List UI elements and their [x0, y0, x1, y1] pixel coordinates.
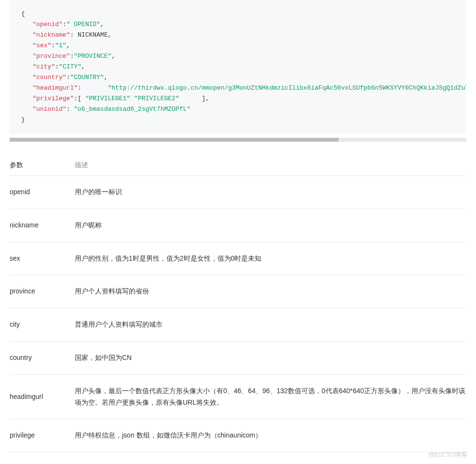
desc-cell: 用户个人资料填写的省份 [75, 275, 466, 308]
val-openid: " OPENID" [67, 21, 100, 28]
key-openid: "openid" [32, 21, 62, 28]
key-unionid: "unionid" [32, 106, 66, 113]
key-nickname: "nickname" [32, 31, 70, 39]
params-table: 参数 描述 openid用户的唯一标识nickname用户昵称sex用户的性别，… [10, 155, 466, 464]
key-province: "province" [32, 53, 70, 60]
desc-cell: 用户昵称 [75, 209, 466, 242]
val-country: "COUNTRY" [70, 74, 104, 81]
table-row: openid用户的唯一标识 [10, 176, 466, 209]
table-row: headimgurl用户头像，最后一个数值代表正方形头像大小（有0、46、64、… [10, 374, 466, 419]
param-cell: nickname [10, 209, 75, 242]
desc-cell: 国家，如中国为CN [75, 341, 466, 374]
desc-cell: 普通用户个人资料填写的城市 [75, 308, 466, 342]
table-row: province用户个人资料填写的省份 [10, 275, 466, 308]
val-unionid: "o6_bmasdasdsad6_2sgVt7hMZOPfL" [74, 106, 190, 113]
table-row: privilege用户特权信息，json 数组，如微信沃卡用户为（chinaun… [10, 419, 466, 452]
table-row: unionid只有在用户将公众号绑定到微信开放平台帐号后，才会出现该字段。 [10, 452, 466, 464]
key-sex: "sex" [32, 42, 51, 49]
val-sex: "1" [55, 42, 66, 49]
header-desc: 描述 [75, 155, 466, 176]
desc-cell: 只有在用户将公众号绑定到微信开放平台帐号后，才会出现该字段。 [75, 452, 466, 464]
val-nickname: NICKNAME [78, 31, 108, 39]
param-cell: city [10, 308, 75, 342]
param-cell: headimgurl [10, 374, 75, 419]
param-cell: country [10, 341, 75, 374]
brace-open: { [21, 10, 25, 17]
key-headimgurl: "headimgurl" [32, 84, 78, 92]
param-cell: sex [10, 242, 75, 275]
desc-cell: 用户头像，最后一个数值代表正方形头像大小（有0、46、64、96、132数值可选… [75, 374, 466, 419]
val-province: "PROVINCE" [74, 53, 111, 60]
val-privilege2: "PRIVILEGE2" [134, 95, 179, 102]
desc-cell: 用户特权信息，json 数组，如微信沃卡用户为（chinaunicom） [75, 419, 466, 452]
val-privilege1: "PRIVILEGE1" [85, 95, 131, 102]
brace-close: } [21, 116, 25, 123]
val-city: "CITY" [59, 63, 82, 70]
desc-cell: 用户的性别，值为1时是男性，值为2时是女性，值为0时是未知 [75, 242, 466, 275]
table-row: country国家，如中国为CN [10, 341, 466, 374]
table-row: nickname用户昵称 [10, 209, 466, 242]
desc-cell: 用户的唯一标识 [75, 176, 466, 209]
val-headimgurl: "http://thirdwx.qlogo.cn/mmopen/g3MonUZt… [108, 84, 466, 92]
horizontal-scrollbar[interactable] [10, 138, 466, 142]
param-cell: province [10, 275, 75, 308]
header-param: 参数 [10, 155, 75, 176]
key-country: "country" [32, 74, 66, 81]
json-code-block: { "openid":" OPENID", "nickname": NICKNA… [10, 0, 466, 134]
table-row: city普通用户个人资料填写的城市 [10, 308, 466, 342]
table-row: sex用户的性别，值为1时是男性，值为2时是女性，值为0时是未知 [10, 242, 466, 275]
scrollbar-thumb[interactable] [10, 138, 339, 142]
param-cell: openid [10, 176, 75, 209]
key-city: "city" [32, 63, 55, 70]
key-privilege: "privilege" [32, 95, 74, 102]
param-cell: unionid [10, 452, 75, 464]
param-cell: privilege [10, 419, 75, 452]
